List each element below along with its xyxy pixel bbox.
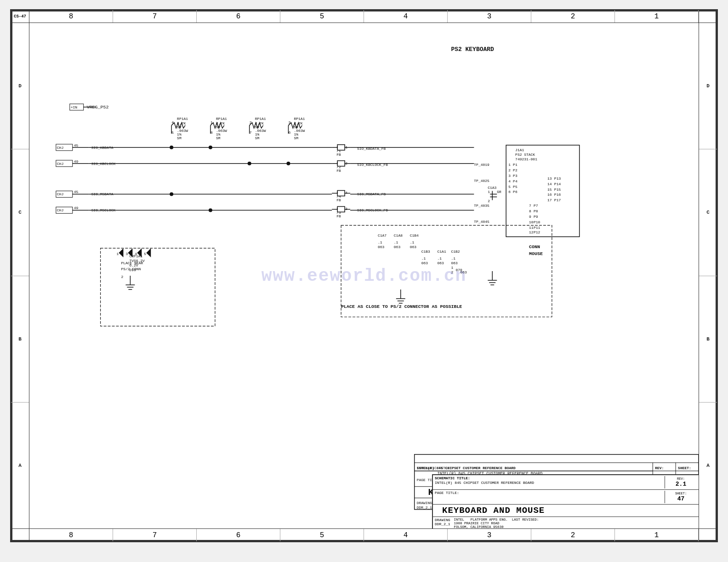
svg-text:RP1A1: RP1A1	[216, 117, 227, 121]
svg-text:TP_4025: TP_4025	[474, 179, 489, 183]
schematic-container: CS-47 8 7 6 5 4 3 2 1 8 7 6 5 4 3 2 1 D …	[10, 9, 718, 542]
mouse-label: MOUSE	[529, 251, 543, 256]
svg-text:P11: P11	[534, 226, 540, 230]
col-headers-bottom: 8 7 6 5 4 3 2 1	[11, 528, 717, 541]
row-b-right: B	[699, 276, 717, 403]
tb-rev-value: 2.1	[666, 481, 696, 488]
svg-text:P14: P14	[554, 182, 561, 186]
svg-text:P3: P3	[513, 174, 518, 178]
svg-text:063: 063	[410, 245, 417, 249]
svg-text:749231-001: 749231-001	[515, 157, 537, 161]
svg-text:45: 45	[74, 190, 79, 194]
svg-text:13: 13	[547, 176, 552, 181]
svg-text:CHJ: CHJ	[57, 146, 63, 150]
svg-text:.1: .1	[378, 240, 382, 244]
row-labels-left: D C B A	[11, 23, 29, 528]
col-1: 1	[615, 10, 699, 23]
svg-text:SM: SM	[255, 136, 260, 140]
svg-text:TP_4045: TP_4045	[474, 220, 489, 224]
col-b-1: 1	[615, 529, 699, 541]
svg-text:C1A3: C1A3	[488, 186, 496, 190]
col-b-8: 8	[29, 529, 113, 541]
svg-text:P4: P4	[513, 179, 518, 183]
svg-text:2: 2	[121, 275, 123, 279]
svg-text:P13: P13	[554, 176, 561, 181]
svg-text:C1A7: C1A7	[378, 233, 387, 238]
tb-drawing: DRAWING DDR_2_1	[435, 518, 454, 528]
svg-text:PS2 STACK: PS2 STACK	[515, 153, 535, 157]
svg-text:TP_4035: TP_4035	[474, 204, 489, 208]
tb-page-title-label: PAGE TITLE:	[435, 491, 665, 503]
svg-text:2: 2	[488, 199, 490, 203]
row-d-right: D	[699, 23, 717, 149]
svg-text:45: 45	[74, 143, 79, 148]
tb-schematic-title-label: SCHEMATIC TITLE: INTEL(R) 845 CHIPSET CU…	[435, 476, 665, 488]
ps2-keyboard-label: PS2 KEYBOARD	[451, 46, 494, 53]
row-b-left: B	[11, 276, 29, 403]
svg-rect-82	[337, 206, 345, 212]
tb-sheet-cell: SHEET: 47	[665, 491, 697, 503]
svg-text:TP_4019: TP_4019	[474, 163, 489, 167]
col-7: 7	[113, 10, 197, 23]
svg-point-165	[248, 162, 251, 165]
tb-intel-label: INTEL	[454, 518, 465, 522]
row-d-left: D	[11, 23, 29, 149]
svg-text:TVS6.2V: TVS6.2V	[129, 259, 145, 263]
svg-text:FB: FB	[336, 198, 341, 202]
svg-text:3: 3	[125, 252, 128, 256]
svg-text:RP1A1: RP1A1	[177, 117, 188, 121]
svg-text:C1B3: C1B3	[421, 250, 430, 254]
svg-text:CHJ: CHJ	[57, 192, 63, 196]
tb-page-title-value: KEYBOARD AND MOUSE	[433, 505, 699, 517]
svg-rect-70	[337, 161, 345, 166]
tb-pt-label: PAGE TITLE:	[435, 491, 459, 495]
svg-text:SCHEMATIC TITLE:: SCHEMATIC TITLE:	[417, 466, 452, 470]
svg-text:063: 063	[438, 261, 444, 265]
svg-text:6.2V: 6.2V	[129, 263, 138, 267]
conn-label: CONN	[529, 244, 540, 250]
tb-st-value: INTEL(R) 845 CHIPSET CUSTOMER REFERENCE …	[435, 481, 534, 485]
svg-text:RP1A1: RP1A1	[255, 117, 266, 121]
col-b-6: 6	[197, 529, 280, 541]
svg-text:16: 16	[547, 193, 552, 197]
svg-text:11: 11	[529, 226, 534, 230]
svg-text:2: 2	[508, 168, 511, 172]
tb-row-4: DRAWING DDR_2_1 INTEL PLATFORM APPS ENG.…	[433, 517, 699, 528]
row-c-right: C	[699, 149, 717, 276]
col-b-7: 7	[113, 529, 197, 541]
svg-text:17: 17	[547, 198, 552, 202]
svg-text:6: 6	[288, 131, 290, 135]
row-a-left: A	[11, 403, 29, 528]
svg-text:4: 4	[135, 252, 137, 256]
col-2: 2	[531, 10, 615, 23]
svg-text:6: 6	[508, 190, 511, 194]
svg-text:REV:: REV:	[655, 466, 664, 470]
col-3: 3	[448, 10, 531, 23]
svg-rect-169	[101, 248, 215, 326]
svg-rect-64	[337, 145, 345, 150]
svg-text:063: 063	[451, 261, 458, 265]
svg-text:7: 7	[529, 204, 531, 208]
tb-st-label: SCHEMATIC TITLE:	[435, 476, 470, 480]
svg-text:3: 3	[508, 174, 511, 178]
tb-rev-cell: REV: 2.1	[665, 476, 697, 488]
svg-text:+IN: +IN	[71, 105, 78, 109]
tb-pt-value: KEYBOARD AND MOUSE	[442, 505, 545, 516]
svg-text:14: 14	[547, 182, 552, 186]
tb-rev-label: REV:	[666, 477, 696, 481]
svg-text:8: 8	[529, 209, 531, 213]
svg-text:P8: P8	[534, 209, 538, 213]
svg-text:063: 063	[460, 270, 467, 274]
svg-text:P7: P7	[534, 204, 538, 208]
svg-text:5: 5	[508, 185, 511, 189]
svg-text:P2: P2	[513, 168, 518, 172]
tb-last-revised-label: LAST REVISED:	[512, 518, 539, 522]
tb-intel-info: INTEL PLATFORM APPS ENG. LAST REVISED: 1…	[454, 518, 697, 528]
tb-drawing-label: DRAWING	[435, 518, 450, 522]
svg-text:063: 063	[394, 245, 401, 249]
svg-text:.1: .1	[438, 256, 442, 261]
svg-text:10: 10	[529, 220, 534, 224]
svg-text:1: 1	[488, 190, 490, 194]
svg-text:RP1A1: RP1A1	[294, 117, 305, 121]
tb-intel-row: INTEL PLATFORM APPS ENG. LAST REVISED:	[454, 518, 697, 522]
